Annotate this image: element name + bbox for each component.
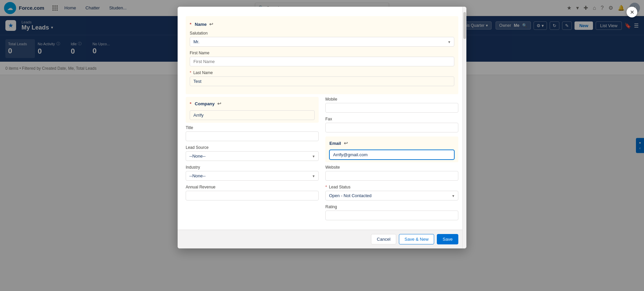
name-section: * Name ↩ Salutation Mr. Ms. Mrs. Dr. Pro… bbox=[186, 16, 458, 94]
rating-input[interactable] bbox=[325, 211, 458, 220]
title-input[interactable] bbox=[186, 131, 319, 141]
salutation-select-wrapper: Mr. Ms. Mrs. Dr. Prof. bbox=[190, 37, 454, 47]
lead-source-label: Lead Source bbox=[186, 145, 319, 150]
email-label: Email bbox=[329, 141, 341, 146]
modal: * Name ↩ Salutation Mr. Ms. Mrs. Dr. Pro… bbox=[178, 7, 466, 248]
annual-revenue-group: Annual Revenue bbox=[186, 185, 319, 200]
company-undo-icon[interactable]: ↩ bbox=[217, 101, 221, 106]
modal-overlay: * Name ↩ Salutation Mr. Ms. Mrs. Dr. Pro… bbox=[0, 0, 644, 291]
email-input[interactable] bbox=[329, 150, 454, 160]
annual-revenue-input[interactable] bbox=[186, 191, 319, 200]
industry-group: Industry --None-- Agriculture Banking Co… bbox=[186, 165, 319, 181]
lead-status-group: * Lead Status Open - Not Contacted Worki… bbox=[325, 185, 458, 200]
company-label: Company bbox=[195, 101, 215, 106]
undo-icon[interactable]: ↩ bbox=[209, 21, 213, 27]
name-label: Name bbox=[195, 22, 206, 27]
cancel-button[interactable]: Cancel bbox=[371, 234, 396, 244]
last-name-group: * Last Name bbox=[190, 70, 454, 86]
mobile-input[interactable] bbox=[325, 103, 458, 113]
lead-status-label: * Lead Status bbox=[325, 185, 458, 189]
website-group: Website bbox=[325, 165, 458, 181]
title-label: Title bbox=[186, 125, 319, 130]
save-new-button[interactable]: Save & New bbox=[399, 234, 434, 244]
email-section: Email ↩ bbox=[325, 136, 458, 162]
lead-status-select-wrapper: Open - Not Contacted Working Closed - Co… bbox=[325, 191, 458, 200]
first-name-label: First Name bbox=[190, 51, 454, 55]
name-section-header: * Name ↩ bbox=[190, 21, 454, 27]
modal-scrollbar[interactable] bbox=[462, 7, 466, 248]
mobile-label: Mobile bbox=[325, 97, 458, 102]
company-section-header: * Company ↩ bbox=[190, 101, 315, 106]
salutation-group: Salutation Mr. Ms. Mrs. Dr. Prof. bbox=[190, 31, 454, 47]
title-group: Title bbox=[186, 125, 319, 141]
form-right-col: Mobile Fax Email ↩ bbox=[325, 97, 458, 224]
email-section-header: Email ↩ bbox=[329, 140, 454, 146]
company-section: * Company ↩ bbox=[186, 97, 319, 123]
rating-group: Rating bbox=[325, 205, 458, 220]
modal-top-area bbox=[178, 7, 466, 11]
industry-label: Industry bbox=[186, 165, 319, 170]
form-left-col: * Company ↩ Title Lead Source bbox=[186, 97, 319, 224]
modal-body[interactable]: * Name ↩ Salutation Mr. Ms. Mrs. Dr. Pro… bbox=[178, 11, 466, 230]
form-two-col: * Company ↩ Title Lead Source bbox=[186, 97, 458, 224]
website-label: Website bbox=[325, 165, 458, 170]
first-name-input[interactable] bbox=[190, 57, 454, 66]
mobile-group: Mobile bbox=[325, 97, 458, 113]
fax-label: Fax bbox=[325, 117, 458, 121]
lead-source-select-wrapper: --None-- Web Phone Inquiry Partner Refer… bbox=[186, 151, 319, 161]
salutation-label: Salutation bbox=[190, 31, 454, 36]
last-name-label: * Last Name bbox=[190, 70, 454, 75]
company-input[interactable] bbox=[190, 110, 315, 120]
close-icon: ✕ bbox=[630, 9, 634, 15]
salutation-select[interactable]: Mr. Ms. Mrs. Dr. Prof. bbox=[190, 37, 454, 47]
first-name-group: First Name bbox=[190, 51, 454, 66]
fax-group: Fax bbox=[325, 117, 458, 132]
lead-status-select[interactable]: Open - Not Contacted Working Closed - Co… bbox=[325, 191, 458, 200]
industry-select-wrapper: --None-- Agriculture Banking Constructio… bbox=[186, 171, 319, 181]
rating-label: Rating bbox=[325, 205, 458, 209]
last-name-input[interactable] bbox=[190, 76, 454, 86]
required-indicator: * bbox=[190, 22, 191, 27]
annual-revenue-label: Annual Revenue bbox=[186, 185, 319, 189]
lead-source-group: Lead Source --None-- Web Phone Inquiry P… bbox=[186, 145, 319, 161]
industry-select[interactable]: --None-- Agriculture Banking Constructio… bbox=[186, 171, 319, 181]
lead-source-select[interactable]: --None-- Web Phone Inquiry Partner Refer… bbox=[186, 151, 319, 161]
fax-input[interactable] bbox=[325, 123, 458, 132]
modal-footer: Cancel Save & New Save bbox=[178, 230, 466, 248]
email-undo-icon[interactable]: ↩ bbox=[344, 140, 348, 146]
save-button[interactable]: Save bbox=[437, 234, 458, 244]
modal-close-button[interactable]: ✕ bbox=[627, 7, 637, 17]
website-input[interactable] bbox=[325, 171, 458, 181]
